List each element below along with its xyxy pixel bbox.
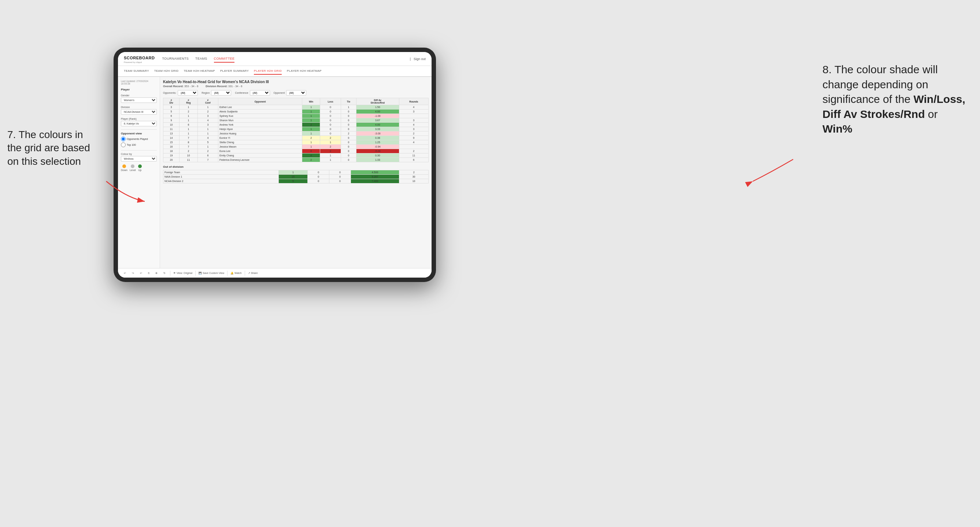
- cell-reg: 11: [180, 158, 198, 162]
- cell-reg: 1: [180, 132, 198, 136]
- cell-win: 1: [302, 118, 320, 123]
- cell-opponent: Emily Chang: [218, 154, 302, 158]
- save-custom-btn[interactable]: 💾 Save Custom View: [199, 272, 224, 275]
- sub-nav-team-h2h-grid[interactable]: TEAM H2H GRID: [154, 68, 179, 75]
- cell-win: 1: [302, 140, 320, 144]
- col-loss: Loss: [320, 98, 341, 105]
- cell-reg: 2: [180, 149, 198, 154]
- cell-opponent: Esther Lee: [218, 105, 302, 110]
- tablet-screen: SCOREBOARD Powered by clippd TOURNAMENTS…: [118, 52, 431, 278]
- main-content: Last Updated: 27/03/2024 16:55:38 Player…: [118, 77, 431, 268]
- tablet-device: SCOREBOARD Powered by clippd TOURNAMENTS…: [114, 48, 436, 282]
- cell-diff: -3.00: [356, 132, 399, 136]
- table-row: 16 7 1 Jessica Mason 1 2 0 -0.94: [163, 144, 429, 149]
- legend-up-dot: [138, 164, 142, 168]
- watch-btn[interactable]: 🔔 Watch: [231, 272, 242, 275]
- sign-out-button[interactable]: Sign out: [414, 57, 426, 61]
- cell-diff: -5.00: [356, 149, 399, 154]
- cell-loss: 2: [320, 136, 341, 140]
- bottom-toolbar: ↩ ↪ ↩ ⎘ ⊕ ↻ 👁 View: Original 💾 Save Cust…: [118, 268, 431, 278]
- cell-opponent: Stella Cheng: [218, 140, 302, 144]
- filter-opponent-select[interactable]: (All): [286, 90, 306, 95]
- cell-opponent: Jessica Huang: [218, 132, 302, 136]
- nav-separator: |: [410, 57, 411, 61]
- logo-text: SCOREBOARD: [124, 56, 154, 60]
- h2h-table: #Div #Reg #Conf Opponent Win Loss Tie Di…: [163, 98, 429, 162]
- cell-opponent: Sharon Mun: [218, 118, 302, 123]
- grid-records: Overall Record: 353 - 34 - 6 Division Re…: [163, 84, 429, 88]
- cell-conf: 1: [197, 105, 218, 110]
- col-rounds: Rounds: [399, 98, 428, 105]
- division-select[interactable]: NCAA Division III: [121, 109, 157, 114]
- cell-conf: 3: [197, 123, 218, 127]
- nav-tournaments[interactable]: TOURNAMENTS: [162, 55, 189, 63]
- sub-nav-player-summary[interactable]: PLAYER SUMMARY: [220, 68, 249, 75]
- colour-by-select[interactable]: Win/loss: [121, 156, 157, 162]
- filter-region-label: Region: [202, 92, 210, 94]
- cell-opponent: Foreign Team: [163, 170, 279, 175]
- cell-opponent: NAIA Division 1: [163, 175, 279, 179]
- refresh-button[interactable]: ↻: [162, 271, 167, 275]
- cell-diff: 7.400: [351, 179, 399, 184]
- filter-opponents-select[interactable]: (All): [178, 90, 198, 95]
- cell-win: 1: [302, 110, 320, 114]
- filter-conference-select[interactable]: (All): [250, 90, 270, 95]
- cell-tie: 0: [329, 170, 351, 175]
- logo-area: SCOREBOARD Powered by clippd: [124, 54, 154, 63]
- cell-rounds: [399, 144, 428, 149]
- cell-win: 2: [302, 123, 320, 127]
- sub-nav-team-h2h-heatmap[interactable]: TEAM H2H HEATMAP: [183, 68, 215, 75]
- cell-win: 1: [302, 114, 320, 118]
- player-rank-select[interactable]: 8. Katelyn Vo: [121, 121, 157, 126]
- undo-button[interactable]: ↩: [123, 271, 127, 275]
- top-100-radio[interactable]: Top 100: [121, 143, 157, 147]
- opponent-radio-group: Opponents Played Top 100: [121, 137, 157, 147]
- copy-button[interactable]: ⎘: [146, 271, 151, 275]
- last-updated: Last Updated: 27/03/2024 16:55:38: [121, 80, 157, 85]
- table-row: Foreign Team 1 0 0 4.500 2: [163, 170, 429, 175]
- cell-tie: 0: [329, 175, 351, 179]
- sub-nav-team-summary[interactable]: TEAM SUMMARY: [124, 68, 149, 75]
- cell-win: 5: [278, 179, 308, 184]
- cell-rounds: [399, 114, 428, 118]
- cell-opponent: NCAA Division 2: [163, 179, 279, 184]
- opponent-view-section: Opponent view Opponents Played Top 100: [121, 132, 157, 147]
- colour-by-label: Colour by: [121, 153, 157, 155]
- view-original-btn[interactable]: 👁 View: Original: [173, 272, 192, 274]
- cell-opponent: Jessica Mason: [218, 144, 302, 149]
- sub-nav-player-h2h-grid[interactable]: PLAYER H2H GRID: [254, 68, 282, 75]
- opponents-played-radio[interactable]: Opponents Played: [121, 137, 157, 141]
- cell-tie: 0: [341, 154, 356, 158]
- out-of-division-table: Foreign Team 1 0 0 4.500 2 NAIA Division…: [163, 170, 429, 184]
- cell-rounds: 2: [399, 132, 428, 136]
- cell-opponent: Heejo Hyun: [218, 127, 302, 132]
- paste-button[interactable]: ⊕: [154, 271, 159, 275]
- filter-row: Opponents: (All) Region (All) Conference: [163, 90, 429, 95]
- cell-reg: 2: [180, 110, 198, 114]
- sub-nav-player-h2h-heatmap[interactable]: PLAYER H2H HEATMAP: [287, 68, 322, 75]
- arrow-right: [749, 157, 797, 187]
- nav-teams[interactable]: TEAMS: [195, 55, 207, 63]
- redo-button[interactable]: ↪: [130, 271, 135, 275]
- cell-reg: 7: [180, 144, 198, 149]
- share-btn[interactable]: ↗ Share: [248, 272, 258, 275]
- cell-rounds: 4: [399, 105, 428, 110]
- nav-committee[interactable]: COMMITTEE: [214, 55, 235, 63]
- cell-win: 4: [302, 154, 320, 158]
- cell-win: 1: [302, 132, 320, 136]
- filter-opponents: Opponents: (All): [163, 90, 198, 95]
- back-button[interactable]: ↩: [138, 271, 143, 275]
- cell-conf: 1: [197, 127, 218, 132]
- share-icon: ↗: [248, 272, 250, 275]
- cell-reg: 1: [180, 114, 198, 118]
- gender-select[interactable]: Women's: [121, 97, 157, 103]
- gender-section: Gender Women's: [121, 94, 157, 103]
- col-conf: #Conf: [197, 98, 218, 105]
- cell-loss: 0: [308, 170, 329, 175]
- filter-region-select[interactable]: (All): [211, 90, 231, 95]
- grid-title: Katelyn Vo Head-to-Head Grid for Women's…: [163, 80, 429, 84]
- arrow-left: [104, 179, 148, 209]
- out-of-division-header: Out of division: [163, 165, 429, 168]
- cell-tie: 0: [341, 114, 356, 118]
- cell-rounds: 2: [399, 149, 428, 154]
